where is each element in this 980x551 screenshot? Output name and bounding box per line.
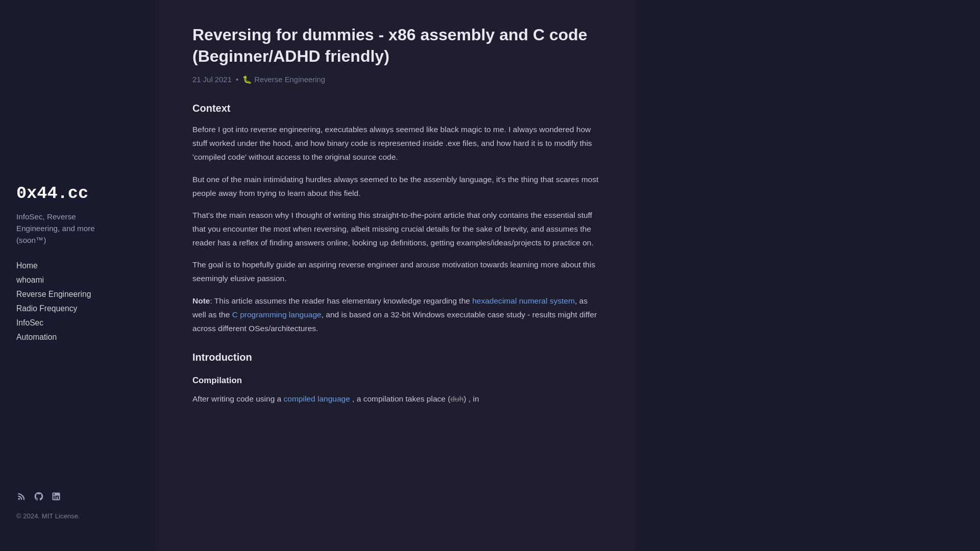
- article-date: 21 Jul 2021: [192, 76, 232, 84]
- note-label: Note: [192, 296, 210, 305]
- compilation-text-after: , a compilation takes place: [352, 394, 446, 403]
- context-heading: Context: [192, 103, 599, 114]
- main-nav: Home whoami Reverse Engineering Radio Fr…: [16, 260, 139, 343]
- nav-infosec[interactable]: InfoSec: [16, 317, 139, 329]
- rss-icon: [16, 491, 27, 502]
- github-link[interactable]: [34, 491, 44, 504]
- meta-separator: •: [236, 76, 238, 84]
- license-link[interactable]: MIT License.: [42, 512, 80, 520]
- nav-home[interactable]: Home: [16, 260, 139, 271]
- nav-reverse-engineering[interactable]: Reverse Engineering: [16, 289, 139, 300]
- compiled-language-link[interactable]: compiled language: [284, 394, 350, 403]
- hex-system-link[interactable]: hexadecimal numeral system: [472, 296, 575, 305]
- copyright: © 2024. MIT License.: [16, 511, 139, 522]
- main-content: Reversing for dummies - x86 assembly and…: [156, 0, 635, 551]
- note-text: : This article assumes the reader has el…: [210, 296, 470, 305]
- rss-link[interactable]: [16, 491, 27, 504]
- context-para-1: Before I got into reverse engineering, e…: [192, 122, 599, 164]
- compilation-text-end: , in: [469, 394, 479, 403]
- sidebar: 0x44.cc InfoSec, Reverse Engineering, an…: [0, 0, 156, 551]
- introduction-heading: Introduction: [192, 352, 599, 363]
- context-para-2: But one of the main intimidating hurdles…: [192, 172, 599, 200]
- article-meta: 21 Jul 2021 • 🐛 Reverse Engineering: [192, 75, 599, 84]
- article-title: Reversing for dummies - x86 assembly and…: [192, 24, 599, 67]
- compilation-text-before: After writing code using a: [192, 394, 281, 403]
- c-language-link[interactable]: C programming language: [232, 310, 322, 319]
- github-icon: [34, 491, 44, 502]
- article-category-link[interactable]: 🐛 Reverse Engineering: [242, 75, 325, 84]
- context-para-4: The goal is to hopefully guide an aspiri…: [192, 258, 599, 285]
- nav-whoami[interactable]: whoami: [16, 274, 139, 286]
- category-icon: 🐛: [242, 75, 252, 84]
- site-logo[interactable]: 0x44.cc: [16, 184, 139, 203]
- linkedin-link[interactable]: [51, 491, 61, 504]
- compilation-para: After writing code using a compiled lang…: [192, 392, 599, 406]
- linkedin-icon: [51, 491, 61, 502]
- context-note: Note: This article assumes the reader ha…: [192, 294, 599, 335]
- article-category: Reverse Engineering: [254, 76, 325, 84]
- context-para-3: That's the main reason why I thought of …: [192, 208, 599, 249]
- strikethrough-text: duh: [450, 394, 463, 403]
- nav-automation[interactable]: Automation: [16, 332, 139, 343]
- nav-radio-frequency[interactable]: Radio Frequency: [16, 303, 139, 314]
- social-links: [16, 491, 139, 504]
- site-tagline: InfoSec, Reverse Engineering, and more (…: [16, 211, 139, 246]
- compilation-heading: Compilation: [192, 375, 599, 386]
